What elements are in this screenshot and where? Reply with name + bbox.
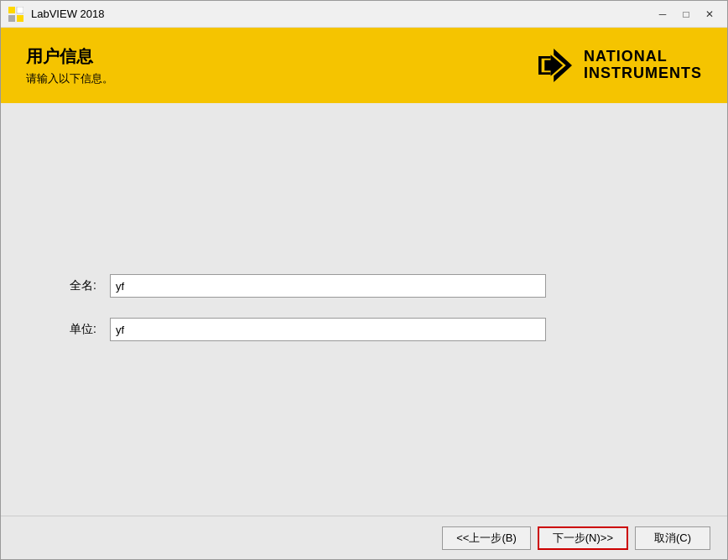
header-banner: 用户信息 请输入以下信息。 NATIONAL INSTRUMENTS bbox=[1, 28, 727, 103]
full-name-input[interactable] bbox=[110, 274, 546, 298]
svg-rect-0 bbox=[8, 7, 15, 13]
title-bar: LabVIEW 2018 ─ □ ✕ bbox=[1, 1, 727, 28]
ni-instruments-text: INSTRUMENTS bbox=[584, 65, 702, 82]
back-button[interactable]: <<上一步(B) bbox=[442, 526, 531, 550]
maximize-button[interactable]: □ bbox=[675, 5, 697, 23]
main-window: LabVIEW 2018 ─ □ ✕ 用户信息 请输入以下信息。 NATIONA… bbox=[0, 0, 728, 560]
header-text: 用户信息 请输入以下信息。 bbox=[26, 45, 113, 86]
close-button[interactable]: ✕ bbox=[699, 5, 720, 23]
ni-national-text: NATIONAL bbox=[584, 49, 702, 65]
svg-rect-1 bbox=[17, 7, 23, 13]
ni-logo-text: NATIONAL INSTRUMENTS bbox=[584, 49, 702, 82]
org-label: 单位: bbox=[43, 322, 110, 337]
cancel-button[interactable]: 取消(C) bbox=[635, 526, 710, 550]
title-bar-left: LabVIEW 2018 bbox=[8, 6, 104, 23]
svg-rect-2 bbox=[8, 15, 15, 22]
footer: <<上一步(B) 下一步(N)>> 取消(C) bbox=[1, 516, 727, 559]
minimize-button[interactable]: ─ bbox=[652, 5, 673, 23]
full-name-label: 全名: bbox=[43, 278, 110, 293]
full-name-row: 全名: bbox=[43, 274, 685, 298]
org-row: 单位: bbox=[43, 318, 685, 341]
window-title: LabVIEW 2018 bbox=[31, 8, 104, 20]
form-area: 全名: 单位: bbox=[26, 137, 702, 499]
content-area: 全名: 单位: bbox=[1, 103, 727, 516]
title-bar-controls: ─ □ ✕ bbox=[652, 5, 720, 23]
ni-logo: NATIONAL INSTRUMENTS bbox=[538, 49, 702, 82]
svg-rect-3 bbox=[17, 15, 23, 22]
org-input[interactable] bbox=[110, 318, 546, 341]
ni-logo-icon bbox=[538, 49, 572, 82]
app-icon bbox=[8, 6, 24, 23]
header-subtitle: 请输入以下信息。 bbox=[26, 71, 113, 86]
next-button[interactable]: 下一步(N)>> bbox=[538, 526, 628, 550]
header-title: 用户信息 bbox=[26, 45, 113, 68]
